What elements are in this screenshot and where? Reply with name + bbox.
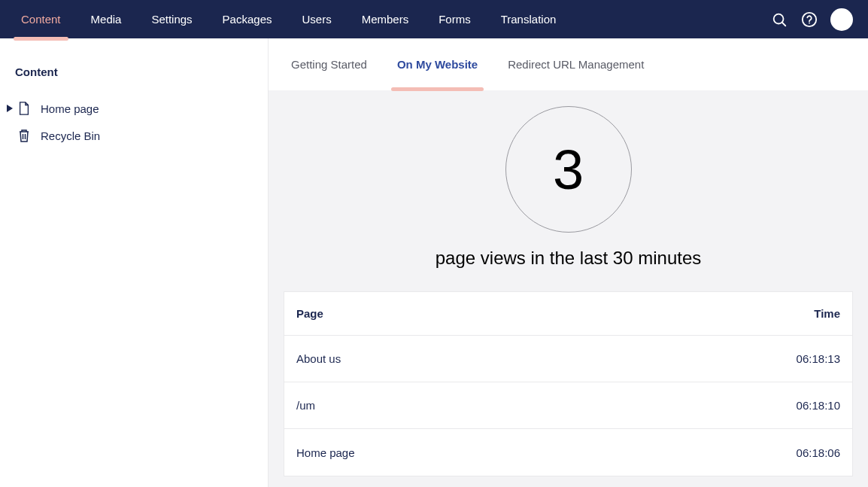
svg-marker-4 xyxy=(7,105,13,112)
subnav-label: Getting Started xyxy=(291,58,367,71)
subnav: Getting Started On My Website Redirect U… xyxy=(269,38,868,91)
tree-item-home-page[interactable]: Home page xyxy=(0,95,268,122)
help-icon[interactable] xyxy=(800,11,818,29)
tree-item-recycle-bin[interactable]: Recycle Bin xyxy=(0,122,268,149)
topnav-label: Packages xyxy=(223,13,272,26)
stat-widget: 3 page views in the last 30 minutes xyxy=(284,106,853,269)
topnav-item-users[interactable]: Users xyxy=(287,0,346,38)
topnav-label: Content xyxy=(21,13,61,26)
svg-point-2 xyxy=(803,12,816,26)
cell-page: /um xyxy=(296,399,735,412)
topnav-item-content[interactable]: Content xyxy=(6,0,76,38)
topnav-label: Forms xyxy=(439,13,471,26)
subnav-item-on-my-website[interactable]: On My Website xyxy=(397,38,478,90)
topnav-item-media[interactable]: Media xyxy=(76,0,137,38)
avatar[interactable] xyxy=(830,8,853,31)
table-header-page: Page xyxy=(296,307,735,320)
topnav-label: Translation xyxy=(501,13,557,26)
table-row[interactable]: Home page 06:18:06 xyxy=(284,429,852,476)
topnav-label: Settings xyxy=(151,13,192,26)
tree-item-label: Home page xyxy=(41,102,99,115)
topnav-items: Content Media Settings Packages Users Me… xyxy=(6,0,571,38)
stat-caption: page views in the last 30 minutes xyxy=(436,248,702,269)
table-header-time: Time xyxy=(735,307,840,320)
svg-point-0 xyxy=(774,14,784,23)
table-row[interactable]: About us 06:18:13 xyxy=(284,336,852,382)
cell-page: About us xyxy=(296,352,735,365)
tree: Home page Recycle Bin xyxy=(0,95,268,149)
topnav-label: Members xyxy=(362,13,409,26)
stat-value: 3 xyxy=(553,138,584,202)
subnav-label: Redirect URL Management xyxy=(508,58,644,71)
sidebar-title: Content xyxy=(0,56,268,95)
topnav-item-forms[interactable]: Forms xyxy=(423,0,486,38)
cell-time: 06:18:10 xyxy=(735,399,840,412)
cell-page: Home page xyxy=(296,446,735,459)
subnav-item-getting-started[interactable]: Getting Started xyxy=(291,38,367,90)
svg-line-1 xyxy=(782,23,785,26)
table-header-row: Page Time xyxy=(284,292,852,336)
caret-icon[interactable] xyxy=(5,105,15,112)
table-row[interactable]: /um 06:18:10 xyxy=(284,382,852,429)
trash-icon xyxy=(15,129,33,142)
cell-time: 06:18:06 xyxy=(735,446,840,459)
sidebar: Content Home page Recycle Bin xyxy=(0,38,269,487)
topnav-item-members[interactable]: Members xyxy=(347,0,424,38)
document-icon xyxy=(15,102,33,115)
subnav-label: On My Website xyxy=(397,58,478,71)
cell-time: 06:18:13 xyxy=(735,352,840,365)
topnav-label: Media xyxy=(91,13,122,26)
topnav-item-translation[interactable]: Translation xyxy=(486,0,572,38)
search-icon[interactable] xyxy=(770,11,788,29)
stat-value-circle: 3 xyxy=(505,106,632,233)
topnav-label: Users xyxy=(302,13,331,26)
subnav-item-redirect-url[interactable]: Redirect URL Management xyxy=(508,38,644,90)
topnav-item-packages[interactable]: Packages xyxy=(208,0,287,38)
content-area: Getting Started On My Website Redirect U… xyxy=(269,38,868,487)
topnav-right xyxy=(770,8,862,31)
dashboard: 3 page views in the last 30 minutes Page… xyxy=(269,91,868,487)
topnav-item-settings[interactable]: Settings xyxy=(136,0,207,38)
tree-item-label: Recycle Bin xyxy=(41,129,100,142)
pageviews-table: Page Time About us 06:18:13 /um 06:18:10… xyxy=(284,291,853,476)
topnav: Content Media Settings Packages Users Me… xyxy=(0,0,868,38)
